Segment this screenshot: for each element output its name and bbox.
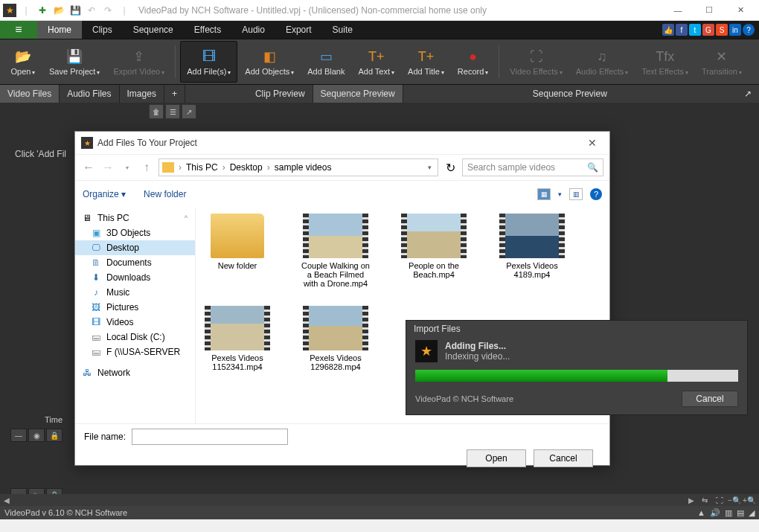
quick-redo-icon[interactable]: ↷ xyxy=(101,4,115,17)
quick-new-icon[interactable]: ✚ xyxy=(36,4,49,17)
status-layout1-icon[interactable]: ▥ xyxy=(725,508,732,518)
menu-effects[interactable]: Effects xyxy=(184,21,231,39)
view-dropdown-icon[interactable]: ▾ xyxy=(558,190,562,198)
tab-sequence-preview[interactable]: Sequence Preview xyxy=(313,85,403,103)
menu-suite[interactable]: Suite xyxy=(322,21,363,39)
menu-clips[interactable]: Clips xyxy=(82,21,123,39)
bin-delete-icon[interactable]: 🗑 xyxy=(149,104,164,119)
timeline-view-icon[interactable]: ◉ xyxy=(28,429,45,442)
tree-music[interactable]: ♪Music xyxy=(75,285,195,300)
status-layout2-icon[interactable]: ▤ xyxy=(737,508,744,518)
transition-button[interactable]: ✕Transition xyxy=(696,41,748,83)
quick-open-icon[interactable]: 📂 xyxy=(52,4,65,17)
tab-clip-preview[interactable]: Clip Preview xyxy=(248,85,313,103)
breadcrumb-item[interactable]: Desktop xyxy=(227,162,266,173)
add-text-button[interactable]: T+Add Text xyxy=(352,41,400,83)
nav-refresh-icon[interactable]: ↻ xyxy=(443,161,458,175)
tree-3d-objects[interactable]: ▣3D Objects xyxy=(75,225,195,240)
timeline-scrollbar[interactable]: ◀ ▶ ⇆ ⛶ −🔍 +🔍 xyxy=(0,494,759,506)
video-effects-button[interactable]: ⛶Video Effects xyxy=(504,41,568,83)
tab-add[interactable]: + xyxy=(164,85,185,103)
text-effects-button[interactable]: TfxText Effects xyxy=(635,41,694,83)
tree-local-disk[interactable]: 🖴Local Disk (C:) xyxy=(75,330,195,344)
menu-export[interactable]: Export xyxy=(275,21,322,39)
add-blank-button[interactable]: ▭Add Blank xyxy=(301,41,350,83)
nav-up-icon[interactable]: ↑ xyxy=(139,161,154,174)
bin-popout-icon[interactable]: ↗ xyxy=(182,104,196,119)
zoom-fit-icon[interactable]: ⛶ xyxy=(713,495,726,505)
dialog-cancel-button[interactable]: Cancel xyxy=(534,449,593,467)
status-up-icon[interactable]: ▲ xyxy=(697,508,705,518)
timeline-lock-icon[interactable]: 🔒 xyxy=(46,429,63,442)
like-icon[interactable]: 👍 xyxy=(662,24,674,36)
tree-network-drive[interactable]: 🖴F (\\USA-SERVER xyxy=(75,344,195,359)
file-item-video[interactable]: Pexels Videos 1296828.mp4 xyxy=(300,306,371,371)
file-item-folder[interactable]: New folder xyxy=(202,214,273,288)
import-cancel-button[interactable]: Cancel xyxy=(682,391,738,407)
tab-images[interactable]: Images xyxy=(120,85,164,103)
add-title-button[interactable]: T+Add Title xyxy=(402,41,450,83)
nav-forward-icon[interactable]: → xyxy=(100,161,115,174)
menu-home[interactable]: Home xyxy=(37,21,82,39)
record-button[interactable]: ●Record xyxy=(452,41,494,83)
google-icon[interactable]: G xyxy=(702,24,714,36)
view-thumbnail-icon[interactable]: ▦ xyxy=(537,188,551,200)
view-preview-icon[interactable]: ▥ xyxy=(569,188,583,200)
file-item-video[interactable]: People on the Beach.mp4 xyxy=(398,214,470,288)
tab-audio-files[interactable]: Audio Files xyxy=(60,85,119,103)
export-video-button[interactable]: ⇪Export Video xyxy=(107,41,170,83)
organize-button[interactable]: Organize ▾ xyxy=(83,189,126,199)
scroll-left-icon[interactable]: ◀ xyxy=(0,494,13,506)
maximize-button[interactable]: ☐ xyxy=(694,0,725,21)
linkedin-icon[interactable]: in xyxy=(729,24,741,36)
stumble-icon[interactable]: S xyxy=(716,24,728,36)
dialog-close-icon[interactable]: ✕ xyxy=(581,137,603,149)
new-folder-button[interactable]: New folder xyxy=(144,189,186,199)
bin-list-icon[interactable]: ☰ xyxy=(165,104,180,119)
add-objects-button[interactable]: ◧Add Objects xyxy=(239,41,300,83)
tree-network[interactable]: 🖧Network xyxy=(75,365,195,380)
breadcrumb-bar[interactable]: › This PC › Desktop › sample videos ▾ xyxy=(158,158,438,176)
minimize-button[interactable]: — xyxy=(662,0,694,21)
zoom-out-icon[interactable]: −🔍 xyxy=(728,495,741,505)
help-icon[interactable]: ? xyxy=(743,24,755,36)
zoom-link-icon[interactable]: ⇆ xyxy=(698,495,711,505)
zoom-in-icon[interactable]: +🔍 xyxy=(743,495,756,505)
dialog-help-icon[interactable]: ? xyxy=(590,188,602,200)
dialog-open-button[interactable]: Open xyxy=(467,449,526,467)
search-input[interactable]: Search sample videos 🔍 xyxy=(462,158,603,176)
twitter-icon[interactable]: t xyxy=(689,24,701,36)
file-item-video[interactable]: Pexels Videos 4189.mp4 xyxy=(496,214,568,288)
menu-sequence[interactable]: Sequence xyxy=(123,21,184,39)
tree-documents[interactable]: 🗎Documents xyxy=(75,255,195,270)
status-signal-icon[interactable]: ◢ xyxy=(749,508,755,518)
open-button[interactable]: 📂Open xyxy=(4,41,42,83)
menu-audio[interactable]: Audio xyxy=(231,21,275,39)
tree-downloads[interactable]: ⬇Downloads xyxy=(75,270,195,285)
tree-pictures[interactable]: 🖼Pictures xyxy=(75,300,195,315)
timeline-collapse-icon[interactable]: — xyxy=(10,429,27,442)
hamburger-menu-button[interactable]: ≡ xyxy=(0,21,37,39)
save-project-button[interactable]: 💾Save Project xyxy=(43,41,106,83)
nav-back-icon[interactable]: ← xyxy=(81,161,96,174)
scroll-right-icon[interactable]: ▶ xyxy=(685,494,698,506)
filename-input[interactable] xyxy=(132,429,288,445)
tree-videos[interactable]: 🎞Videos xyxy=(75,315,195,330)
tree-this-pc[interactable]: 🖥This PC^ xyxy=(75,211,195,225)
quick-save-icon[interactable]: 💾 xyxy=(68,4,82,17)
file-item-video[interactable]: Pexels Videos 1152341.mp4 xyxy=(202,306,273,371)
panel-popout-icon[interactable]: ↗ xyxy=(737,85,759,103)
breadcrumb-item[interactable]: This PC xyxy=(183,162,221,173)
file-item-video[interactable]: Couple Walking on a Beach Filmed with a … xyxy=(300,214,371,288)
close-button[interactable]: ✕ xyxy=(725,0,756,21)
tree-desktop[interactable]: 🖵Desktop xyxy=(75,240,195,255)
audio-effects-button[interactable]: ♫Audio Effects xyxy=(570,41,635,83)
add-files-button[interactable]: 🎞Add File(s) xyxy=(180,41,237,83)
dialog-toolbar: Organize ▾ New folder ▦ ▾ ▥ ? xyxy=(75,181,609,208)
tab-video-files[interactable]: Video Files xyxy=(0,85,60,103)
facebook-icon[interactable]: f xyxy=(676,24,688,36)
status-vol-icon[interactable]: 🔊 xyxy=(710,508,720,518)
breadcrumb-item[interactable]: sample videos xyxy=(272,162,335,173)
nav-dropdown-icon[interactable]: ▾ xyxy=(120,164,135,171)
quick-undo-icon[interactable]: ↶ xyxy=(85,4,98,17)
